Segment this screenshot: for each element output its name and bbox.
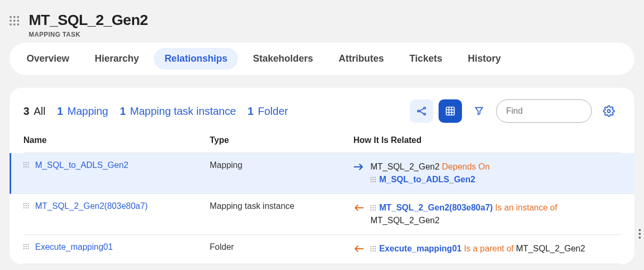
relation-link[interactable]: M_SQL_to_ADLS_Gen2 xyxy=(377,175,475,184)
tab-tickets[interactable]: Tickets xyxy=(399,48,453,70)
row-type: Mapping task instance xyxy=(210,201,353,211)
find-input[interactable] xyxy=(496,99,592,123)
row-name-link[interactable]: Execute_mapping01 xyxy=(35,242,113,252)
relation-link[interactable]: MT_SQL_2_Gen2(803e80a7) xyxy=(377,203,495,212)
tab-bar: OverviewHierarchyRelationshipsStakeholde… xyxy=(10,43,634,75)
svg-point-2 xyxy=(424,113,425,115)
settings-button[interactable] xyxy=(597,99,621,123)
row-name-link[interactable]: MT_SQL_2_Gen2(803e80a7) xyxy=(35,201,148,211)
svg-rect-3 xyxy=(447,107,455,115)
tab-relationships[interactable]: Relationships xyxy=(154,48,238,70)
graph-view-button[interactable] xyxy=(410,99,433,123)
table-view-button[interactable] xyxy=(439,99,462,123)
filter-chip[interactable]: 1Mapping xyxy=(57,105,108,117)
table-row[interactable]: M_SQL_to_ADLS_Gen2MappingMT_SQL_2_Gen2 D… xyxy=(10,153,634,194)
table-row[interactable]: MT_SQL_2_Gen2(803e80a7)Mapping task inst… xyxy=(23,194,621,235)
tab-history[interactable]: History xyxy=(457,48,511,70)
filter-button[interactable] xyxy=(467,99,491,123)
row-name-link[interactable]: M_SQL_to_ADLS_Gen2 xyxy=(35,161,128,170)
filter-chip[interactable]: 1Folder xyxy=(247,105,288,117)
relation-link[interactable]: Execute_mapping01 xyxy=(377,244,464,253)
col-related: How It Is Related xyxy=(353,136,621,145)
relation-text: MT_SQL_2_Gen2(803e80a7) Is an instance o… xyxy=(370,201,621,227)
drag-handle-icon xyxy=(370,177,376,182)
filter-chip[interactable]: 3All xyxy=(23,105,45,117)
kebab-menu-icon[interactable] xyxy=(633,227,644,240)
filter-chip[interactable]: 1Mapping task instance xyxy=(120,105,236,117)
row-type: Folder xyxy=(210,242,353,252)
col-name: Name xyxy=(23,136,210,145)
arrow-left-icon xyxy=(353,245,364,252)
drag-handle-icon xyxy=(370,246,376,251)
page-subtitle: MAPPING TASK xyxy=(29,31,148,38)
drag-handle-icon[interactable] xyxy=(23,203,30,209)
arrow-left-icon xyxy=(353,204,364,212)
svg-point-1 xyxy=(424,107,425,109)
filter-counters: 3All1Mapping1Mapping task instance1Folde… xyxy=(23,105,288,117)
tab-overview[interactable]: Overview xyxy=(16,48,80,70)
row-type: Mapping xyxy=(210,161,353,170)
tab-hierarchy[interactable]: Hierarchy xyxy=(84,48,150,70)
relationships-panel: 3All1Mapping1Mapping task instance1Folde… xyxy=(10,88,634,264)
relation-text: MT_SQL_2_Gen2 Depends On M_SQL_to_ADLS_G… xyxy=(370,161,490,186)
svg-point-0 xyxy=(418,110,419,112)
tab-attributes[interactable]: Attributes xyxy=(328,48,394,70)
drag-handle-icon xyxy=(370,205,376,210)
drag-handle-icon[interactable] xyxy=(23,244,30,250)
drag-handle-icon[interactable] xyxy=(23,162,30,168)
col-type: Type xyxy=(210,136,353,145)
table-row[interactable]: Execute_mapping01Folder Execute_mapping0… xyxy=(23,235,621,264)
relation-text: Execute_mapping01 Is a parent of MT_SQL_… xyxy=(370,242,585,256)
arrow-right-icon xyxy=(353,163,364,171)
svg-point-4 xyxy=(607,109,610,113)
page-title: MT_SQL_2_Gen2 xyxy=(29,12,148,29)
tab-stakeholders[interactable]: Stakeholders xyxy=(242,48,324,70)
drag-handle-icon[interactable] xyxy=(10,16,20,27)
